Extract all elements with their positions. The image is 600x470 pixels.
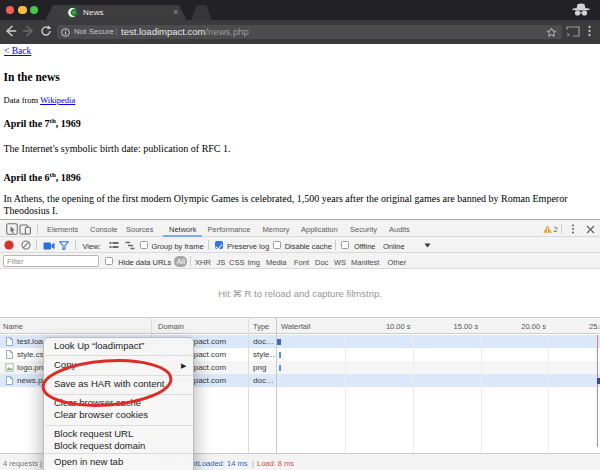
throttling-select[interactable]: Online	[383, 242, 405, 251]
reload-icon[interactable]	[40, 25, 52, 37]
offline-label[interactable]: Offline	[354, 242, 376, 251]
byline: Data from Wikipedia	[4, 95, 76, 105]
forward-icon[interactable]	[22, 25, 35, 37]
cast-icon[interactable]	[566, 26, 580, 37]
menu-kebab-icon[interactable]	[587, 25, 592, 37]
toolbar-separator	[335, 240, 336, 250]
device-toolbar-icon[interactable]	[19, 223, 31, 235]
warning-count[interactable]: 2	[554, 225, 558, 234]
tab-close-icon[interactable]: ×	[173, 7, 178, 17]
filter-type-other[interactable]: Other	[388, 258, 407, 267]
stylesheet-icon	[5, 350, 14, 359]
tab-console[interactable]: Console	[90, 225, 118, 234]
inspect-element-icon[interactable]	[6, 223, 18, 235]
menu-item-save-as-har[interactable]: Save as HAR with content	[44, 378, 193, 390]
chevron-down-icon[interactable]	[424, 243, 431, 248]
bookmark-star-icon[interactable]	[546, 27, 557, 38]
minimize-window-button[interactable]	[18, 6, 26, 14]
heading-text: , 1969	[56, 118, 81, 129]
urlbox-separator	[116, 28, 117, 36]
heading-text: April the 6	[4, 172, 50, 183]
status-separator: |	[252, 459, 254, 468]
hide-data-urls-checkbox[interactable]	[105, 257, 113, 265]
tab-performance[interactable]: Performance	[208, 225, 251, 234]
capture-screenshots-icon[interactable]	[43, 242, 55, 250]
offline-checkbox[interactable]	[341, 241, 349, 249]
column-type[interactable]: Type	[253, 322, 269, 331]
wikipedia-link[interactable]: Wikipedia	[40, 95, 75, 105]
filter-type-all[interactable]: All	[174, 256, 187, 268]
document-icon	[5, 337, 14, 346]
tab-favicon	[67, 7, 78, 18]
clear-icon[interactable]	[21, 240, 31, 250]
menu-item-clear-browser-cookies[interactable]: Clear browser cookies	[44, 409, 193, 421]
filter-type-media[interactable]: Media	[266, 258, 286, 267]
tab-sources[interactable]: Sources	[126, 225, 154, 234]
zoom-window-button[interactable]	[30, 6, 38, 14]
menu-item-copy[interactable]: Copy	[44, 359, 193, 371]
disable-cache-checkbox[interactable]	[273, 241, 281, 249]
address-bar[interactable]: Not Secure test.loadimpact.com/news.php	[57, 25, 562, 39]
tab-network[interactable]: Network	[169, 225, 197, 234]
group-by-frame-checkbox[interactable]	[140, 241, 148, 249]
filter-type-ws[interactable]: WS	[334, 258, 346, 267]
preserve-log-label[interactable]: Preserve log	[227, 242, 269, 251]
menu-item-look-up[interactable]: Look Up “loadimpact”	[44, 340, 193, 352]
column-domain[interactable]: Domain	[158, 322, 184, 331]
tab-memory[interactable]: Memory	[263, 225, 290, 234]
filter-type-js[interactable]: JS	[217, 258, 226, 267]
browser-toolbar: Not Secure test.loadimpact.com/news.php	[0, 20, 600, 44]
request-type: document	[253, 337, 278, 346]
filter-type-manifest[interactable]: Manifest	[351, 258, 379, 267]
filter-icon[interactable]	[59, 241, 69, 250]
tab-elements[interactable]: Elements	[47, 225, 78, 234]
tab-security[interactable]: Security	[350, 225, 377, 234]
column-divider[interactable]	[248, 317, 249, 453]
list-view-icon[interactable]	[109, 241, 119, 250]
new-tab-button[interactable]	[191, 5, 212, 21]
back-icon[interactable]	[4, 25, 17, 37]
menu-separator	[45, 425, 193, 426]
devtools-menu-kebab-icon[interactable]	[571, 224, 575, 234]
submenu-arrow-icon: ▶	[181, 362, 186, 370]
preserve-log-checkbox[interactable]	[215, 241, 223, 249]
filter-type-doc[interactable]: Doc	[315, 258, 328, 267]
column-waterfall[interactable]: Waterfall	[281, 322, 310, 331]
record-icon[interactable]	[4, 240, 14, 250]
disable-cache-label[interactable]: Disable cache	[285, 242, 332, 251]
back-link[interactable]: < Back	[4, 46, 31, 56]
group-by-frame-label[interactable]: Group by frame	[152, 242, 204, 251]
filter-type-xhr[interactable]: XHR	[195, 258, 211, 267]
tab-application[interactable]: Application	[301, 225, 338, 234]
browser-tab[interactable]: News ×	[45, 5, 187, 21]
tab-audits[interactable]: Audits	[389, 225, 410, 234]
filter-type-font[interactable]: Font	[294, 258, 309, 267]
menu-separator	[45, 355, 193, 356]
overview-icon[interactable]	[125, 241, 135, 250]
column-name[interactable]: Name	[3, 322, 23, 331]
toolbar-separator	[37, 224, 38, 234]
filter-input[interactable]	[3, 255, 99, 267]
menu-separator	[45, 375, 193, 376]
devtools-close-icon[interactable]	[586, 225, 595, 234]
hide-data-urls-label[interactable]: Hide data URLs	[118, 258, 171, 267]
menu-item-block-request-domain[interactable]: Block request domain	[44, 440, 193, 452]
warning-icon[interactable]	[543, 225, 552, 233]
filter-type-img[interactable]: Img	[248, 258, 261, 267]
filter-type-css[interactable]: CSS	[229, 258, 244, 267]
heading-text: April the 7	[4, 118, 50, 129]
load-event-line	[597, 335, 598, 447]
info-icon[interactable]	[61, 28, 70, 37]
browser-window: News × Not Secu	[0, 0, 600, 470]
menu-item-open-in-new-tab[interactable]: Open in new tab	[44, 456, 193, 468]
url-text: test.loadimpact.com/news.php	[121, 26, 249, 37]
close-window-button[interactable]	[6, 6, 14, 14]
menu-item-block-request-url[interactable]: Block request URL	[44, 428, 193, 440]
toolbar-separator	[561, 224, 562, 234]
waterfall-bar	[277, 339, 281, 345]
news-heading: April the 6th, 1896	[4, 171, 81, 183]
menu-item-clear-browser-cache[interactable]: Clear browser cache	[44, 397, 193, 409]
waterfall-gridline	[481, 335, 482, 453]
incognito-icon	[571, 3, 591, 17]
column-divider[interactable]	[276, 317, 277, 453]
